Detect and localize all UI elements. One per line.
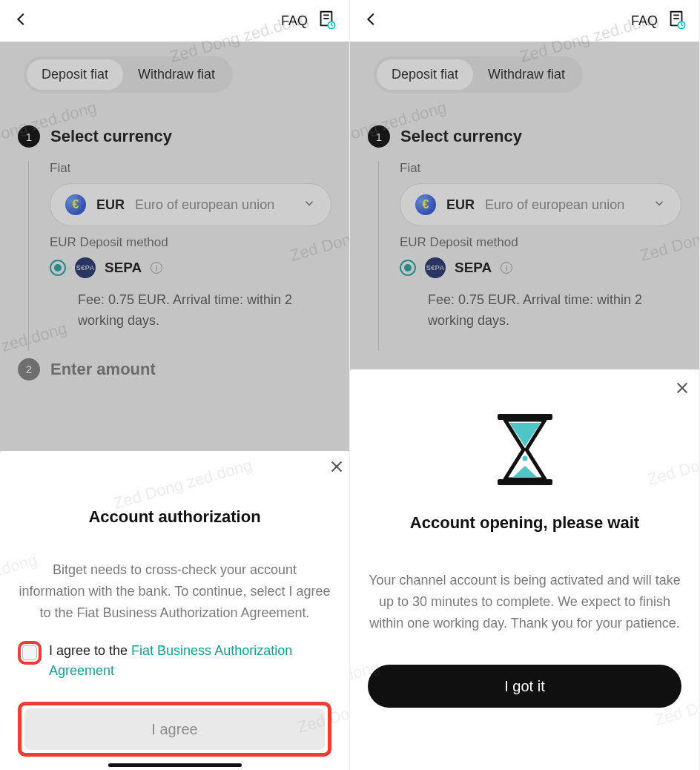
- step-title: Select currency: [400, 127, 522, 146]
- sepa-icon: S€PA: [75, 257, 96, 278]
- euro-icon: €: [65, 194, 86, 215]
- agree-checkbox[interactable]: [22, 645, 37, 660]
- fiat-tabs: Deposit fiat Withdraw fiat: [24, 56, 233, 93]
- sepa-icon: S€PA: [425, 257, 446, 278]
- history-icon[interactable]: [317, 10, 336, 32]
- auth-sheet: Zed Dong zed.dong Zed Dong zed.dong Zed …: [0, 451, 349, 770]
- checkbox-highlight: [18, 641, 42, 665]
- step-number: 2: [18, 358, 40, 381]
- home-indicator: [0, 754, 349, 770]
- currency-select[interactable]: € EUR Euro of european union: [400, 183, 681, 226]
- agree-row: I agree to the Fiat Business Authorizati…: [18, 641, 331, 681]
- fee-text: Fee: 0.75 EUR. Arrival time: within 2 wo…: [428, 290, 681, 332]
- step-1-header: 1 Select currency: [368, 125, 681, 148]
- currency-code: EUR: [96, 197, 125, 213]
- fiat-tabs: Deposit fiat Withdraw fiat: [374, 56, 583, 93]
- step-1-body: Fiat € EUR Euro of european union EUR De…: [378, 161, 681, 351]
- sheet-title: Account opening, please wait: [368, 513, 681, 533]
- sheet-body: Your channel account is being activated …: [368, 570, 681, 634]
- watermark: Zed Dong zed.dong: [111, 455, 254, 513]
- history-icon[interactable]: [667, 10, 686, 32]
- info-icon[interactable]: i: [151, 262, 162, 274]
- sheet-title: Account authorization: [18, 507, 331, 527]
- method-name: SEPA: [455, 260, 492, 276]
- tab-deposit[interactable]: Deposit fiat: [377, 59, 473, 90]
- panel-left: FAQ Zed Dong zed.dong Zed Dong zed.dong …: [0, 0, 350, 770]
- method-label: EUR Deposit method: [50, 235, 331, 250]
- tab-withdraw[interactable]: Withdraw fiat: [473, 59, 580, 90]
- step-title: Select currency: [50, 127, 172, 146]
- info-icon[interactable]: i: [501, 262, 512, 274]
- agree-prefix: I agree to the: [49, 643, 131, 658]
- agree-button[interactable]: I agree: [24, 708, 325, 750]
- back-icon[interactable]: [13, 11, 30, 30]
- back-icon[interactable]: [363, 11, 380, 30]
- currency-name: Euro of european union: [135, 197, 292, 213]
- step-2-header: 2 Enter amount: [18, 358, 331, 381]
- wait-sheet: Zed Dong zed.dong Zed Dong zed.dong Zed …: [350, 369, 699, 770]
- step-number: 1: [368, 125, 390, 148]
- step-1-body: Fiat € EUR Euro of european union EUR De…: [28, 161, 331, 351]
- step-1-header: 1 Select currency: [18, 125, 331, 148]
- faq-link[interactable]: FAQ: [281, 13, 308, 29]
- fiat-label: Fiat: [400, 161, 681, 176]
- currency-name: Euro of european union: [485, 197, 642, 213]
- radio-icon: [50, 260, 66, 276]
- currency-code: EUR: [446, 197, 475, 213]
- close-icon[interactable]: [674, 380, 690, 399]
- fee-text: Fee: 0.75 EUR. Arrival time: within 2 wo…: [78, 290, 331, 332]
- step-number: 1: [18, 125, 40, 148]
- method-name: SEPA: [105, 260, 142, 276]
- step-title: Enter amount: [50, 360, 156, 379]
- faq-link[interactable]: FAQ: [631, 13, 658, 29]
- topbar: FAQ: [0, 0, 349, 42]
- hourglass-icon: [368, 412, 681, 487]
- method-radio[interactable]: S€PA SEPA i: [50, 257, 331, 278]
- sheet-body: Bitget needs to cross-check your account…: [18, 559, 331, 623]
- method-radio[interactable]: S€PA SEPA i: [400, 257, 681, 278]
- topbar: FAQ: [350, 0, 699, 42]
- gotit-button[interactable]: I got it: [368, 665, 681, 708]
- tab-deposit[interactable]: Deposit fiat: [27, 59, 123, 90]
- euro-icon: €: [415, 194, 436, 215]
- chevron-down-icon: [303, 197, 316, 213]
- agree-text: I agree to the Fiat Business Authorizati…: [49, 641, 331, 681]
- agree-button-highlight: I agree: [18, 702, 331, 757]
- panel-right: FAQ Zed Dong zed.dong Zed Dong zed.dong …: [350, 0, 700, 770]
- method-label: EUR Deposit method: [400, 235, 681, 250]
- radio-icon: [400, 260, 416, 276]
- chevron-down-icon: [653, 197, 666, 213]
- svg-point-12: [522, 456, 527, 461]
- tab-withdraw[interactable]: Withdraw fiat: [123, 59, 230, 90]
- close-icon[interactable]: [328, 458, 345, 478]
- fiat-label: Fiat: [50, 161, 331, 176]
- currency-select[interactable]: € EUR Euro of european union: [50, 183, 331, 226]
